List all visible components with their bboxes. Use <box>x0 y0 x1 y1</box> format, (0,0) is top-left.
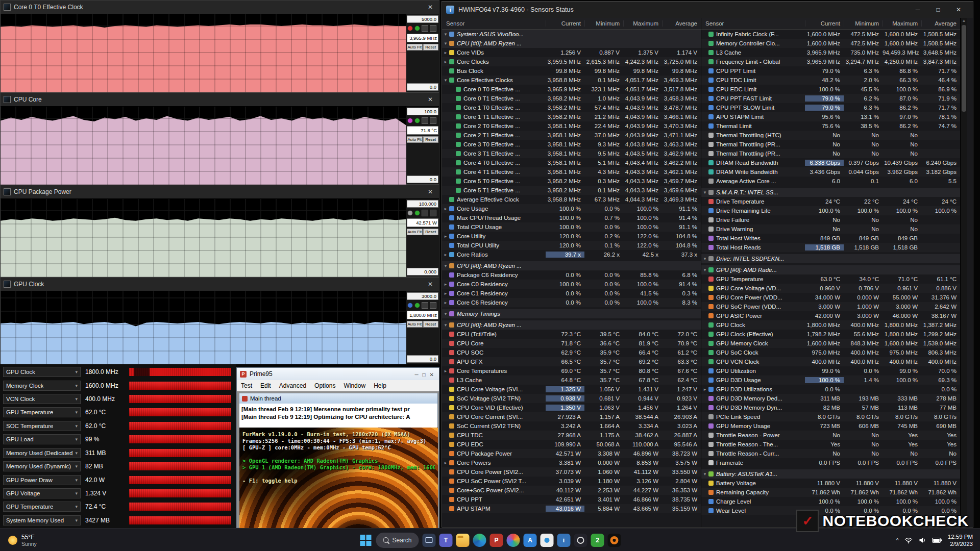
sensor-row[interactable]: ▸Core VIDs1.256 V0.887 V1.375 V1.174 V <box>442 48 701 57</box>
series-color-dot[interactable] <box>414 26 420 31</box>
sensor-group-row[interactable]: ▾S.M.A.R.T.: INTEL SS... <box>701 188 960 197</box>
sensor-row[interactable]: Core 4 T1 Effective ...3,958.1 MHz4.3 MH… <box>442 167 701 177</box>
auto-fit-button[interactable]: Auto Fit <box>407 229 423 235</box>
expand-arrow-icon[interactable]: ▸ <box>442 50 449 55</box>
collapse-arrow-icon[interactable]: ▾ <box>442 322 449 328</box>
sensor-select-dropdown[interactable]: GPU Temperature▾ <box>3 407 81 417</box>
paint-icon[interactable] <box>541 534 554 547</box>
graph-option-button[interactable] <box>430 117 436 124</box>
sensor-row[interactable]: Core 5 T1 Effective ...3,958.2 MHz0.1 MH… <box>442 186 701 195</box>
graph-titlebar[interactable]: Core 0 T0 Effective Clock✕ <box>1 1 439 14</box>
sensor-row[interactable]: CPU SOC62.9 °C35.9 °C66.4 °C61.2 °C <box>442 348 701 357</box>
sensor-row[interactable]: GPU D3D Memory Ded...311 MB193 MB333 MB2… <box>701 394 960 403</box>
photos-icon[interactable] <box>507 534 520 547</box>
hwinfo-titlebar[interactable]: i HWiNFO64 v7.36-4960 - Sensors Status ─… <box>442 2 973 18</box>
sensor-row[interactable]: PCIe Link Speed8.0 GT/s8.0 GT/s8.0 GT/s8… <box>701 412 960 421</box>
sensor-row[interactable]: Max CPU/Thread Usage100.0 %0.7 %100.0 %9… <box>442 213 701 222</box>
sensor-row[interactable]: ▸Core Utility120.0 %0.2 %122.0 %104.8 % <box>442 232 701 241</box>
series-color-dot[interactable] <box>407 303 413 308</box>
expand-arrow-icon[interactable]: ▸ <box>442 206 449 211</box>
graph-titlebar[interactable]: CPU Core✕ <box>1 93 439 107</box>
sensor-select-dropdown[interactable]: VCN Clock▾ <box>3 394 81 404</box>
column-header-average[interactable]: Average <box>662 20 701 27</box>
hwinfo-icon[interactable]: i <box>557 534 571 547</box>
sensor-row[interactable]: ▸Core Clocks3,959.5 MHz2,615.3 MHz4,242.… <box>442 57 701 66</box>
sensor-group-row[interactable]: ▾CPU [#0]: AMD Ryzen ... <box>442 320 701 330</box>
sensor-row[interactable]: CPU EDC109.990 A50.068 A110.000 A95.546 … <box>442 440 701 449</box>
sensor-row[interactable]: Core 4 T0 Effective ...3,958.1 MHz5.1 MH… <box>442 158 701 167</box>
sensor-row[interactable]: ▸Core Ratios39.7 x26.2 x42.5 x37.3 x <box>442 250 701 259</box>
sensor-row[interactable]: CPU Core VID (Effective)1.350 V1.063 V1.… <box>442 403 701 412</box>
sensor-row[interactable]: Total Host Writes849 GB849 GB849 GB <box>701 234 960 243</box>
column-header-minimum[interactable]: Minimum <box>844 20 883 27</box>
sensor-row[interactable]: ▸Core C0 Residency100.0 %0.0 %100.0 %91.… <box>442 280 701 289</box>
sensor-group-row[interactable]: ▾Drive: INTEL SSDPEKN... <box>701 254 960 263</box>
auto-fit-button[interactable]: Auto Fit <box>407 136 423 143</box>
minimize-icon[interactable]: ─ <box>412 372 420 378</box>
sensor-row[interactable]: Framerate0.0 FPS0.0 FPS0.0 FPS0.0 FPS <box>701 458 960 467</box>
weather-widget[interactable]: 55°F Sunny <box>0 529 45 551</box>
series-color-dot[interactable] <box>414 210 420 216</box>
collapse-arrow-icon[interactable]: ▾ <box>442 78 449 83</box>
sensor-row[interactable]: Remaining Capacity71.862 Wh71.862 Wh71.8… <box>701 488 960 497</box>
collapse-arrow-icon[interactable]: ▾ <box>701 471 708 477</box>
sensor-row[interactable]: APU STAPM Limit95.6 %13.1 %97.0 %78.1 % <box>701 112 960 121</box>
maximize-icon[interactable]: □ <box>421 372 428 378</box>
sensor-row[interactable]: CPU Package Power42.571 W3.308 W46.896 W… <box>442 449 701 458</box>
sensor-row[interactable]: ▸GPU D3D Utilizations0.0 %0.0 % <box>701 385 960 394</box>
sensor-row[interactable]: Average Effective Clock3,958.8 MHz67.3 M… <box>442 195 701 204</box>
sensor-select-dropdown[interactable]: System Memory Used▾ <box>3 515 81 525</box>
reset-button[interactable]: Reset <box>423 321 439 328</box>
auto-fit-button[interactable]: Auto Fit <box>407 321 423 328</box>
menu-item-test[interactable]: Test <box>237 382 256 389</box>
sensor-row[interactable]: CPU SoC Power (SVI2 T...3.039 W1.180 W3.… <box>442 477 701 486</box>
maximize-icon[interactable]: □ <box>928 2 948 18</box>
volume-icon[interactable] <box>918 536 926 544</box>
collapse-arrow-icon[interactable]: ▾ <box>442 32 449 37</box>
sensor-row[interactable]: GPU SoC Power (VDD...3.000 W1.000 W3.000… <box>701 302 960 311</box>
sensor-row[interactable]: Package C6 Residency0.0 %0.0 %85.8 %6.8 … <box>442 270 701 280</box>
hidden-icons-chevron[interactable]: ^ <box>896 537 899 543</box>
sensor-select-dropdown[interactable]: GPU Power Draw▾ <box>3 475 81 485</box>
scroll-up-icon[interactable]: ▲ <box>962 18 966 24</box>
sensor-row[interactable]: DRAM Read Bandwidth6.338 Gbps0.397 Gbps1… <box>701 158 960 167</box>
sensor-row[interactable]: GPU Utilization99.0 %0.0 %99.0 %70.0 % <box>701 366 960 375</box>
sensor-select-dropdown[interactable]: GPU Temperature▾ <box>3 502 81 512</box>
sensor-row[interactable]: GPU D3D Usage100.0 %1.4 %100.0 %69.3 % <box>701 375 960 385</box>
sensor-group-row[interactable]: ▾System: ASUS VivoBoo... <box>442 30 701 39</box>
expand-arrow-icon[interactable]: ▸ <box>442 300 449 305</box>
search-box[interactable]: Search <box>376 533 419 548</box>
sensor-row[interactable]: ▸Core Temperatures69.0 °C35.7 °C80.8 °C6… <box>442 366 701 375</box>
sensor-row[interactable]: CPU (Tctl/Tdie)72.3 °C39.5 °C84.0 °C72.0… <box>442 330 701 339</box>
series-color-dot[interactable] <box>407 210 413 216</box>
prime95-icon[interactable]: P <box>490 534 503 547</box>
sensor-row[interactable]: GPU Memory Usage723 MB606 MB745 MB690 MB <box>701 421 960 431</box>
sensor-row[interactable]: CPU PPT42.651 W3.401 W46.866 W38.735 W <box>442 495 701 504</box>
sensor-row[interactable]: Frequency Limit - Global3,965.9 MHz3,294… <box>701 57 960 66</box>
start-button[interactable] <box>359 534 372 547</box>
collapse-arrow-icon[interactable]: ▾ <box>442 41 449 46</box>
series-color-dot[interactable] <box>414 303 420 308</box>
sensor-row[interactable]: Core 2 T0 Effective ...3,958.1 MHz22.4 M… <box>442 121 701 131</box>
furmark-icon[interactable] <box>608 534 621 547</box>
menu-item-help[interactable]: Help <box>370 382 390 389</box>
sensor-row[interactable]: Drive WarningNoNoNo <box>701 224 960 234</box>
expand-arrow-icon[interactable]: ▸ <box>442 59 449 64</box>
sensor-row[interactable]: Total CPU Usage100.0 %0.0 %100.0 %91.1 % <box>442 222 701 232</box>
menu-item-advanced[interactable]: Advanced <box>275 382 310 389</box>
sensor-row[interactable]: Total CPU Utility120.0 %0.1 %122.0 %104.… <box>442 241 701 250</box>
sensor-row[interactable]: CPU EDC Limit100.0 %45.5 %100.0 %86.9 % <box>701 85 960 94</box>
battery-icon[interactable] <box>932 537 942 544</box>
sensor-row[interactable]: Core 0 T1 Effective ...3,958.2 MHz1.0 MH… <box>442 94 701 103</box>
sensor-select-dropdown[interactable]: SOC Temperature▾ <box>3 421 81 431</box>
expand-arrow-icon[interactable]: ▸ <box>442 234 449 239</box>
sensor-row[interactable]: ▸Core Usage100.0 %0.0 %100.0 %91.1 % <box>442 204 701 213</box>
close-icon[interactable]: ✕ <box>425 96 436 103</box>
close-icon[interactable]: ✕ <box>425 281 436 288</box>
collapse-arrow-icon[interactable]: ▾ <box>442 311 449 316</box>
sensor-group-row[interactable]: ▾Memory Timings <box>442 309 701 318</box>
sensor-row[interactable]: Infinity Fabric Clock (F...1,600.0 MHz47… <box>701 30 960 39</box>
column-header-sensor[interactable]: Sensor <box>442 20 546 27</box>
sensor-row[interactable]: GPU Temperature63.0 °C34.0 °C71.0 °C61.1… <box>701 274 960 284</box>
sensor-row[interactable]: Drive FailureNoNoNo <box>701 215 960 224</box>
